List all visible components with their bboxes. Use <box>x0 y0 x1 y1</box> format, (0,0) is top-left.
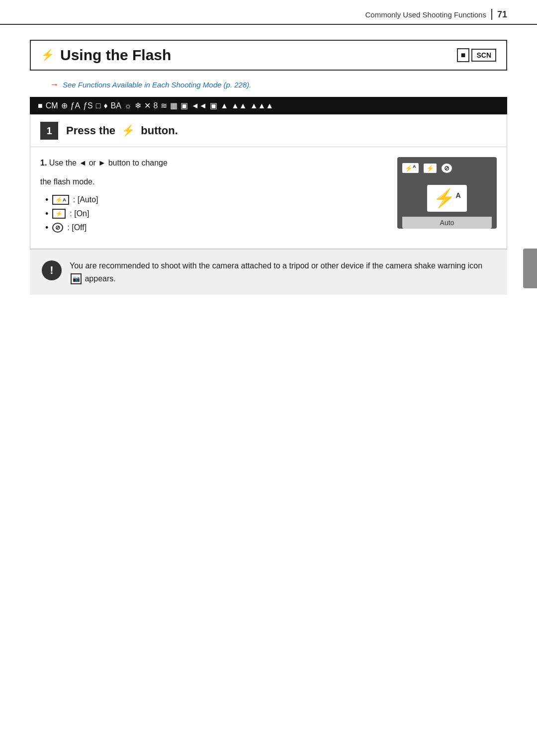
flash-title-icon: ⚡ <box>41 49 54 62</box>
camera-shake-icon: 📷 <box>71 273 82 284</box>
shooting-modes-bar: ■ CM ⊕ ƒA ƒS □ ♦ BA ☼ ❄ ✕ 8 ≋ ▦ ▣ ◄◄ ▣ ▲… <box>30 97 507 114</box>
step-title: Press the ⚡ button. <box>66 124 178 137</box>
preview-top-icons: ⚡A ⚡ ⊘ <box>402 163 492 173</box>
instruction-number: 1. <box>40 159 47 167</box>
mode-icon-pwr: ⊕ <box>61 101 68 110</box>
preview-icon-off: ⊘ <box>442 164 452 173</box>
main-content: ⚡ Using the Flash ■ SCN → See Functions … <box>0 25 537 315</box>
step-title-prefix: Press the <box>66 124 115 137</box>
preview-main-icon-area: ⚡A <box>402 180 492 217</box>
flash-modes-list: • ⚡A : [Auto] • ⚡ : [On] • ⊘ : [Off] <box>40 195 382 233</box>
camera-mode-icon: ■ <box>457 48 470 62</box>
auto-flash-icon: ⚡A <box>52 195 69 205</box>
page-container: Commonly Used Shooting Functions 71 ⚡ Us… <box>0 0 537 756</box>
flash-mode-auto: • ⚡A : [Auto] <box>45 195 382 205</box>
warning-text-content: You are recommended to shoot with the ca… <box>70 259 495 285</box>
arrow-right-icon: ► <box>98 159 106 167</box>
mode-icon-fa: ƒA <box>71 101 81 110</box>
off-label: : [Off] <box>67 223 87 232</box>
section-title: Commonly Used Shooting Functions <box>365 10 486 19</box>
chapter-title-section: ⚡ Using the Flash ■ SCN <box>30 40 507 71</box>
preview-main-flash-icon: ⚡A <box>427 185 466 212</box>
see-functions-line: → See Functions Available in Each Shooti… <box>30 80 507 90</box>
see-functions-arrow: → <box>50 80 59 90</box>
page-ref: (p. 228). <box>224 81 252 89</box>
instruction-prefix: Use the <box>49 159 79 167</box>
mode-icon-sun: ☼ <box>124 101 132 110</box>
mode-icon-tri3: ▲▲▲ <box>250 101 274 110</box>
mode-icon-fs: ƒS <box>83 101 93 110</box>
step-flash-icon: ⚡ <box>121 124 135 137</box>
bullet-dot-auto: • <box>45 195 48 204</box>
chapter-title: Using the Flash <box>60 47 171 64</box>
see-functions-text: See Functions Available in Each Shooting… <box>63 81 251 89</box>
on-label: : [On] <box>70 209 89 218</box>
mode-icon-auto: ■ <box>38 101 43 110</box>
on-flash-icon: ⚡ <box>52 209 66 219</box>
preview-icon-auto: ⚡A <box>402 163 419 173</box>
scn-mode-box: SCN <box>471 49 496 62</box>
title-left: ⚡ Using the Flash <box>41 47 171 64</box>
mode-icon-grid1: ▦ <box>170 101 178 110</box>
or-text: or <box>89 159 98 167</box>
mode-icon-wave: ≋ <box>161 101 167 110</box>
header-divider <box>491 9 492 20</box>
off-flash-icon: ⊘ <box>52 223 63 233</box>
step-instructions: 1. Use the ◄ or ► button to change the f… <box>40 157 382 237</box>
flash-preview-panel: ⚡A ⚡ ⊘ ⚡A Auto <box>397 157 497 237</box>
see-functions-italic: See Functions Available in Each Shooting… <box>63 81 251 89</box>
step-section: 1 Press the ⚡ button. 1. Use the ◄ or <box>30 114 507 249</box>
warning-note: ! You are recommended to shoot with the … <box>30 249 507 295</box>
mode-icon-tri1: ▲ <box>220 101 228 110</box>
mode-icon-arrows: ◄◄ <box>191 101 207 110</box>
preview-mode-label: Auto <box>402 217 492 229</box>
warning-icon: ! <box>42 260 62 280</box>
preview-box: ⚡A ⚡ ⊘ ⚡A Auto <box>397 157 497 229</box>
warning-text-part2: appears. <box>85 274 115 283</box>
scn-label: SCN <box>476 51 491 59</box>
preview-icon-on: ⚡ <box>424 164 437 173</box>
mode-icon-rect: □ <box>96 101 101 110</box>
mode-icon-diamond: ♦ <box>103 101 107 110</box>
mode-icon-ba: BA <box>111 101 121 110</box>
mode-icon-cm: CM <box>46 101 58 110</box>
title-icons: ■ SCN <box>457 48 496 62</box>
mode-icon-sq: ▣ <box>210 101 217 110</box>
instruction-line-1: 1. Use the ◄ or ► button to change <box>40 157 382 169</box>
mode-icon-snowflake: ❄ <box>135 101 141 110</box>
step-body: 1. Use the ◄ or ► button to change the f… <box>30 147 507 249</box>
bullet-dot-off: • <box>45 223 48 232</box>
step-header: 1 Press the ⚡ button. <box>30 115 507 147</box>
warning-text-part1: You are recommended to shoot with the ca… <box>70 261 482 270</box>
flash-mode-on: • ⚡ : [On] <box>45 209 382 219</box>
mode-icon-grid2: ▣ <box>180 101 188 110</box>
flash-mode-off: • ⊘ : [Off] <box>45 223 382 233</box>
page-header: Commonly Used Shooting Functions 71 <box>0 0 537 25</box>
arrow-left-icon: ◄ <box>79 159 87 167</box>
step-title-suffix: button. <box>141 124 178 137</box>
bullet-dot-on: • <box>45 209 48 218</box>
page-number: 71 <box>497 9 507 20</box>
exclamation-icon: ! <box>50 265 53 276</box>
auto-label: : [Auto] <box>73 195 98 204</box>
instruction-line-2: the flash mode. <box>40 176 382 188</box>
mode-icon-x: ✕ <box>144 101 151 110</box>
step-number: 1 <box>40 122 58 140</box>
camera-symbol: ■ <box>461 51 466 60</box>
mode-icon-tri2: ▲▲ <box>231 101 247 110</box>
right-tab <box>523 249 537 288</box>
instruction-suffix: button to change <box>108 159 168 167</box>
mode-icon-8: 8 <box>154 101 158 110</box>
